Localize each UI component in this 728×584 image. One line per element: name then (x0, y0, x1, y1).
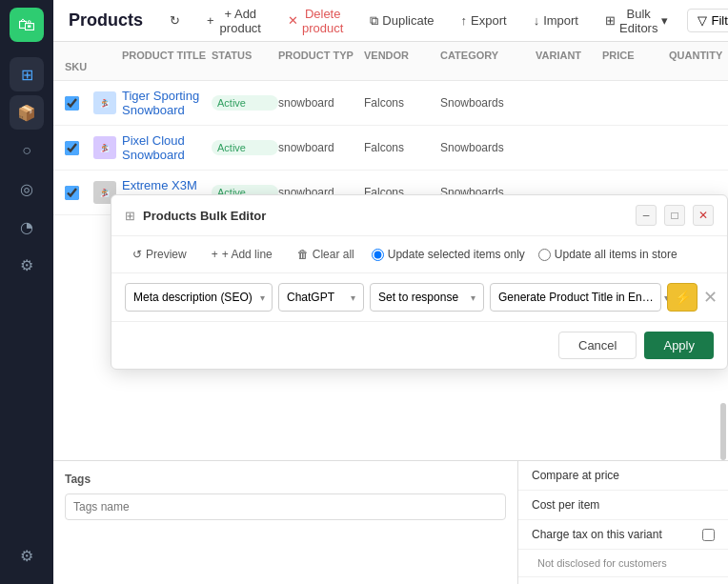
product-img-1: 🏂 (93, 91, 116, 114)
row-checkbox-2[interactable] (65, 141, 79, 155)
field-select[interactable]: Meta description (SEO) ▾ (125, 283, 273, 312)
product-type-1: snowboard (278, 96, 364, 110)
cost-per-item-row: Cost per item (518, 491, 728, 520)
prompt-select[interactable]: Generate Product Title in English based … (490, 283, 661, 312)
not-disclosed-label: Not disclosed for customers (537, 557, 667, 569)
generate-icon: ⚡ (675, 290, 691, 305)
radio-selected-items[interactable]: Update selected items only (372, 248, 525, 261)
product-name-1[interactable]: Tiger Sporting Snowboard (122, 89, 212, 117)
status-badge-2: Active (212, 140, 278, 155)
sidebar-item-settings1[interactable]: ⚙ (10, 248, 44, 282)
minimize-button[interactable]: – (636, 205, 657, 226)
header-vendor: VENDOR (364, 50, 440, 61)
header-price: PRICE (602, 50, 669, 61)
maximize-button[interactable]: □ (664, 205, 685, 226)
field-select-input[interactable]: Meta description (SEO) (133, 291, 256, 304)
sidebar-item-settings2[interactable]: ⚙ (10, 538, 44, 573)
cost-per-item-label: Cost per item (532, 498, 599, 512)
tags-section: Tags (53, 461, 518, 584)
tags-label: Tags (65, 473, 506, 486)
operation-select-input[interactable]: Set to response (378, 291, 463, 304)
sidebar-logo[interactable]: 🛍 (10, 8, 44, 42)
generate-button[interactable]: ⚡ (667, 283, 698, 312)
apply-button[interactable]: Apply (644, 332, 714, 359)
bulk-editor-header: ⊞ Products Bulk Editor – □ ✕ (111, 195, 727, 236)
radio-group: Update selected items only Update all it… (372, 248, 677, 261)
charge-tax-label: Charge tax on this variant (532, 528, 662, 541)
cancel-button[interactable]: Cancel (558, 332, 637, 359)
bottom-section: Tags Compare at price Cost per item Char… (53, 460, 728, 584)
radio-selected-input[interactable] (372, 249, 384, 261)
clear-icon: 🗑 (297, 248, 309, 261)
compare-at-price-label: Compare at price (532, 469, 619, 482)
clear-all-button[interactable]: 🗑 Clear all (290, 244, 362, 265)
header-img-col (93, 50, 122, 61)
header-product-type: PRODUCT TYP (278, 50, 364, 61)
sidebar-item-location[interactable]: ◎ (10, 171, 44, 206)
close-icon: ✕ (703, 287, 718, 308)
product-img-2: 🏂 (93, 136, 116, 159)
import-icon: ↓ (534, 13, 540, 28)
header-sku: SKU (65, 61, 93, 72)
add-product-button[interactable]: + + Add product (199, 3, 269, 39)
not-disclosed-row: Not disclosed for customers (518, 550, 728, 577)
products-table-area: PRODUCT TITLE STATUS PRODUCT TYP VENDOR … (53, 42, 728, 460)
table-row: 🏂 Tiger Sporting Snowboard Active snowbo… (53, 81, 728, 126)
import-button[interactable]: ↓ Import (526, 10, 586, 31)
bulk-editor-icon: ⊞ (125, 209, 135, 223)
sidebar-item-analytics[interactable]: ○ (10, 133, 44, 168)
category-2: Snowboards (440, 141, 536, 154)
prompt-select-input[interactable]: Generate Product Title in English based … (498, 291, 660, 304)
sidebar: 🛍 ⊞ 📦 ○ ◎ ◔ ⚙ ⚙ (0, 0, 53, 584)
bulk-editors-icon: ⊞ (605, 13, 616, 28)
chevron-down-icon: ▾ (260, 292, 265, 303)
radio-all-input[interactable] (538, 249, 551, 261)
add-line-icon: + (212, 248, 218, 261)
compare-at-price-row: Compare at price (518, 461, 728, 491)
bulk-editor-footer: Cancel Apply (111, 321, 727, 369)
product-name-2[interactable]: Pixel Cloud Snowboard (122, 133, 212, 162)
row-checkbox-3[interactable] (65, 186, 79, 200)
export-icon: ↑ (461, 13, 468, 28)
ai-provider-select[interactable]: ChatGPT ▾ (278, 283, 364, 312)
vendor-2: Falcons (364, 141, 440, 154)
chevron-down-icon: ▾ (471, 292, 475, 303)
operation-select[interactable]: Set to response ▾ (370, 283, 484, 312)
header-category: CATEGORY (440, 50, 536, 61)
refresh-icon: ↻ (170, 13, 180, 28)
delete-product-button[interactable]: ✕ Delete product (280, 3, 351, 39)
row-checkbox-1[interactable] (65, 96, 79, 111)
filter-button[interactable]: ▽ Filter (687, 9, 728, 32)
header-variant: VARIANT (536, 50, 602, 61)
scroll-indicator (720, 403, 726, 460)
header-status: STATUS (212, 50, 278, 61)
sidebar-item-products[interactable]: 📦 (10, 95, 44, 130)
bulk-editor-toolbar: ↺ Preview + + Add line 🗑 Clear all Updat… (111, 236, 727, 273)
page-title: Products (69, 10, 143, 30)
header-checkbox-col (65, 50, 93, 61)
close-button[interactable]: ✕ (693, 205, 714, 226)
tags-input[interactable] (65, 493, 506, 520)
sidebar-item-clock[interactable]: ◔ (10, 210, 44, 244)
right-panel: Compare at price Cost per item Charge ta… (518, 461, 728, 584)
export-button[interactable]: ↑ Export (454, 10, 515, 31)
refresh-button[interactable]: ↻ (162, 10, 188, 31)
header-quantity: QUANTITY (669, 50, 717, 61)
bulk-editors-button[interactable]: ⊞ Bulk Editors ▾ (597, 3, 676, 39)
editor-row: Meta description (SEO) ▾ ChatGPT ▾ Set t… (111, 273, 727, 321)
header-product-title: PRODUCT TITLE (122, 50, 212, 61)
add-line-button[interactable]: + + Add line (204, 244, 280, 265)
filter-icon: ▽ (698, 13, 707, 28)
preview-icon: ↺ (132, 248, 142, 261)
radio-all-items[interactable]: Update all items in store (538, 248, 677, 261)
preview-button[interactable]: ↺ Preview (125, 244, 194, 265)
chevron-down-icon: ▾ (661, 13, 668, 28)
vendor-1: Falcons (364, 96, 440, 110)
table-header: PRODUCT TITLE STATUS PRODUCT TYP VENDOR … (53, 42, 728, 81)
delete-row-button[interactable]: ✕ (703, 285, 718, 310)
ai-provider-select-input[interactable]: ChatGPT (287, 291, 339, 304)
charge-tax-checkbox[interactable] (702, 529, 715, 541)
delete-icon: ✕ (288, 13, 298, 28)
duplicate-button[interactable]: ⧉ Duplicate (362, 10, 441, 32)
sidebar-item-dashboard[interactable]: ⊞ (10, 57, 44, 91)
